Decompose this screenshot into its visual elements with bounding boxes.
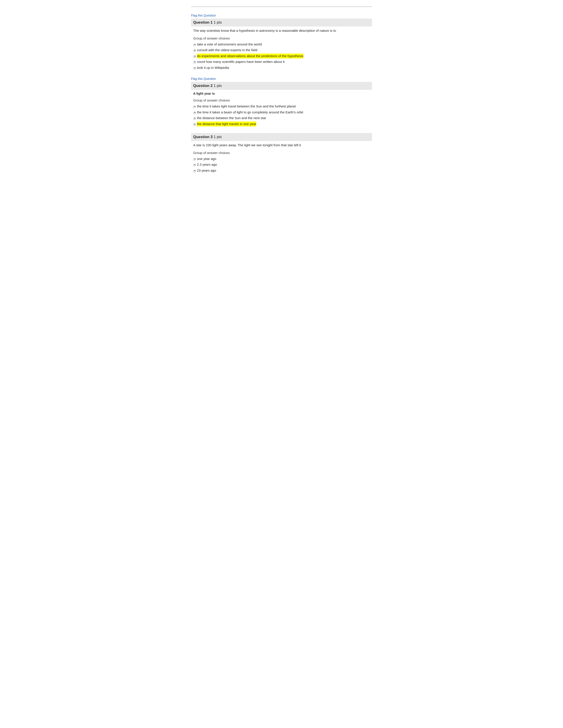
radio-row-1-2[interactable]: ◔consult with the oldest experts in the … [193, 48, 370, 53]
answer-text-1-3: do experiments and observations about th… [197, 54, 304, 59]
answer-item-2-4: ◔the distance that light travels in one … [193, 122, 370, 127]
answer-text-3-2: 2.3 years ago [197, 162, 217, 167]
answer-text-2-4: the distance that light travels in one y… [197, 122, 256, 127]
answer-list-1: ◔take a vote of astronomers around the w… [193, 42, 370, 70]
answer-item-3-3: ◔23 years ago [193, 168, 370, 173]
question-subtitle-2: A light year is [193, 92, 370, 95]
answer-text-1-1: take a vote of astronomers around the wo… [197, 42, 262, 47]
radio-row-2-2[interactable]: ◔the time it takes a beam of light to go… [193, 110, 370, 115]
question-header-1: Question 1 1 pts [191, 19, 372, 26]
radio-icon-3-1[interactable]: ◔ [193, 157, 195, 161]
radio-icon-3-3[interactable]: ◔ [193, 169, 195, 173]
answer-item-2-2: ◔the time it takes a beam of light to go… [193, 110, 370, 115]
radio-icon-3-2[interactable]: ◔ [193, 163, 195, 167]
radio-icon-2-3[interactable]: ◔ [193, 116, 195, 121]
answer-text-3-3: 23 years ago [197, 168, 216, 173]
flag-link-q2[interactable]: Flag this Question [191, 77, 216, 81]
answer-text-2-1: the time it takes light travel between t… [197, 104, 296, 109]
question-header-2: Question 2 1 pts [191, 82, 372, 90]
answer-item-3-1: ◔one year ago [193, 156, 370, 161]
question-title-2: Question 2 1 pts [193, 84, 222, 88]
radio-icon-1-2[interactable]: ◔ [193, 48, 195, 53]
answer-list-2: ◔the time it takes light travel between … [193, 104, 370, 126]
radio-icon-2-4[interactable]: ◔ [193, 122, 195, 127]
answer-item-2-3: ◔the distance between the Sun and the ne… [193, 116, 370, 121]
answer-text-3-1: one year ago [197, 156, 216, 161]
group-label-1: Group of answer choices [193, 36, 370, 40]
question-title-3: Question 3 1 pts [193, 135, 222, 139]
radio-icon-1-1[interactable]: ◔ [193, 43, 195, 47]
radio-row-3-2[interactable]: ◔2.3 years ago [193, 162, 370, 167]
radio-icon-1-4[interactable]: ◔ [193, 60, 195, 64]
top-divider [191, 7, 372, 7]
radio-icon-2-2[interactable]: ◔ [193, 111, 195, 115]
answer-text-2-2: the time it takes a beam of light to go … [197, 110, 303, 115]
question-body-3: A star is 230 light years away. The ligh… [191, 143, 372, 173]
questions-container: Flag this QuestionQuestion 1 1 ptsThe wa… [191, 13, 372, 173]
radio-icon-2-1[interactable]: ◔ [193, 105, 195, 109]
question-pts-3: 1 pts [212, 135, 222, 139]
answer-item-1-4: ◔count how many scientific papers have b… [193, 59, 370, 64]
question-text-3: A star is 230 light years away. The ligh… [193, 143, 370, 148]
answer-item-2-1: ◔the time it takes light travel between … [193, 104, 370, 109]
question-block-2: Flag this QuestionQuestion 2 1 ptsA ligh… [191, 77, 372, 126]
answer-item-1-1: ◔take a vote of astronomers around the w… [193, 42, 370, 47]
radio-row-1-4[interactable]: ◔count how many scientific papers have b… [193, 59, 370, 64]
radio-icon-1-5[interactable]: ◔ [193, 66, 195, 70]
question-pts-1: 1 pts [212, 20, 222, 24]
group-label-3: Group of answer choices [193, 151, 370, 155]
question-block-3: Question 3 1 ptsA star is 230 light year… [191, 133, 372, 173]
answer-text-2-3: the distance between the Sun and the nex… [197, 116, 266, 121]
radio-row-3-3[interactable]: ◔23 years ago [193, 168, 370, 173]
answer-text-1-5: look it up in Wikipedia [197, 65, 229, 70]
answer-item-1-2: ◔consult with the oldest experts in the … [193, 48, 370, 53]
answer-item-3-2: ◔2.3 years ago [193, 162, 370, 167]
question-pts-2: 1 pts [212, 84, 222, 88]
radio-row-2-1[interactable]: ◔the time it takes light travel between … [193, 104, 370, 109]
radio-row-1-1[interactable]: ◔take a vote of astronomers around the w… [193, 42, 370, 47]
answer-list-3: ◔one year ago◔2.3 years ago◔23 years ago [193, 156, 370, 173]
question-title-1: Question 1 1 pts [193, 20, 222, 24]
question-text-1: The way scientists know that a hypothesi… [193, 28, 370, 33]
question-body-1: The way scientists know that a hypothesi… [191, 28, 372, 70]
question-body-2: A light year isGroup of answer choices◔t… [191, 92, 372, 126]
answer-text-1-2: consult with the oldest experts in the f… [197, 48, 257, 53]
radio-row-2-3[interactable]: ◔the distance between the Sun and the ne… [193, 116, 370, 121]
radio-icon-1-3[interactable]: ◔ [193, 54, 195, 59]
answer-item-1-5: ◔look it up in Wikipedia [193, 65, 370, 70]
radio-row-3-1[interactable]: ◔one year ago [193, 156, 370, 161]
radio-row-2-4[interactable]: ◔the distance that light travels in one … [193, 122, 370, 127]
group-label-2: Group of answer choices [193, 98, 370, 102]
answer-item-1-3: ◔do experiments and observations about t… [193, 54, 370, 59]
answer-text-1-4: count how many scientific papers have be… [197, 59, 285, 64]
question-header-3: Question 3 1 pts [191, 133, 372, 141]
radio-row-1-3[interactable]: ◔do experiments and observations about t… [193, 54, 370, 59]
radio-row-1-5[interactable]: ◔look it up in Wikipedia [193, 65, 370, 70]
question-block-1: Flag this QuestionQuestion 1 1 ptsThe wa… [191, 13, 372, 70]
flag-link-q1[interactable]: Flag this Question [191, 14, 216, 17]
